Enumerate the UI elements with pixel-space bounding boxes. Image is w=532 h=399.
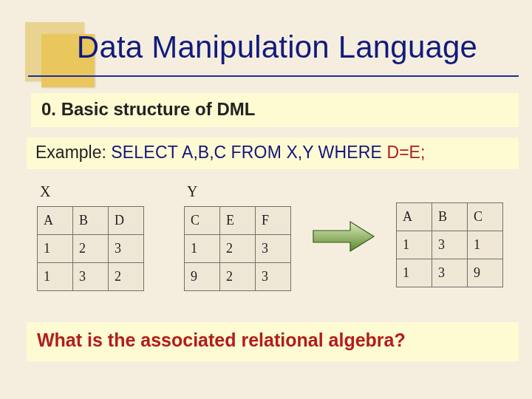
cell: 3 [256,235,291,263]
cell: 3 [73,263,109,291]
cell: A [397,203,432,231]
section-heading: 0. Basic structure of DML [41,99,508,120]
table-result-block: A B C 1 3 1 1 3 9 [396,202,503,287]
table-x-block: X A B D 1 2 3 1 3 2 [37,183,144,291]
cell: 1 [185,235,220,263]
cell: F [256,207,291,235]
cell: 2 [73,235,109,263]
from-tables: X,Y [282,143,318,162]
title-underline [28,75,519,77]
section-heading-box: 0. Basic structure of DML [31,93,519,127]
cell: 1 [397,231,432,259]
cell: 9 [468,259,503,287]
cell: B [73,207,109,235]
cell: 3 [432,259,468,287]
cell: C [468,203,503,231]
example-lead: Example: [35,143,111,162]
cell: 9 [185,263,220,291]
cell: D [109,207,144,235]
table-row: 1 3 2 [38,263,144,291]
cell: 3 [109,235,144,263]
arrow-right-icon [312,220,375,253]
cell: B [432,203,468,231]
example-box: Example: SELECT A,B,C FROM X,Y WHERE D=E… [27,137,519,169]
table-result: A B C 1 3 1 1 3 9 [396,202,503,287]
cell: 3 [256,263,291,291]
cell: C [185,207,220,235]
question-text: What is the associated relational algebr… [37,330,508,351]
cell: E [220,207,256,235]
table-row: 1 3 9 [397,259,503,287]
table-row: 1 2 3 [38,235,144,263]
cell: 1 [397,259,432,287]
where-condition: D=E; [387,143,426,162]
kw-where: WHERE [318,143,383,162]
cell: 3 [432,231,468,259]
cell: 1 [38,263,73,291]
cell: 1 [38,235,73,263]
cell: 1 [468,231,503,259]
cell: 2 [220,263,256,291]
table-row: 1 2 3 [185,235,291,263]
table-row: 9 2 3 [185,263,291,291]
slide-title: Data Manipulation Language [77,30,477,65]
table-row: A B D [38,207,144,235]
table-row: A B C [397,203,503,231]
arrow-wrap [312,220,375,253]
cell: A [38,207,73,235]
select-cols: A,B,C [178,143,231,162]
question-box: What is the associated relational algebr… [27,322,519,361]
svg-marker-0 [313,222,374,251]
kw-from: FROM [231,143,282,162]
cell: 2 [220,235,256,263]
table-row: C E F [185,207,291,235]
table-y: C E F 1 2 3 9 2 3 [184,206,291,291]
table-y-label: Y [187,183,291,200]
tables-row: X A B D 1 2 3 1 3 2 Y C E F [37,183,516,291]
table-x-label: X [40,183,144,200]
example-sql: Example: SELECT A,B,C FROM X,Y WHERE D=E… [35,143,510,163]
table-row: 1 3 1 [397,231,503,259]
table-y-block: Y C E F 1 2 3 9 2 3 [184,183,291,291]
cell: 2 [109,263,144,291]
table-x: A B D 1 2 3 1 3 2 [37,206,144,291]
kw-select: SELECT [111,143,178,162]
